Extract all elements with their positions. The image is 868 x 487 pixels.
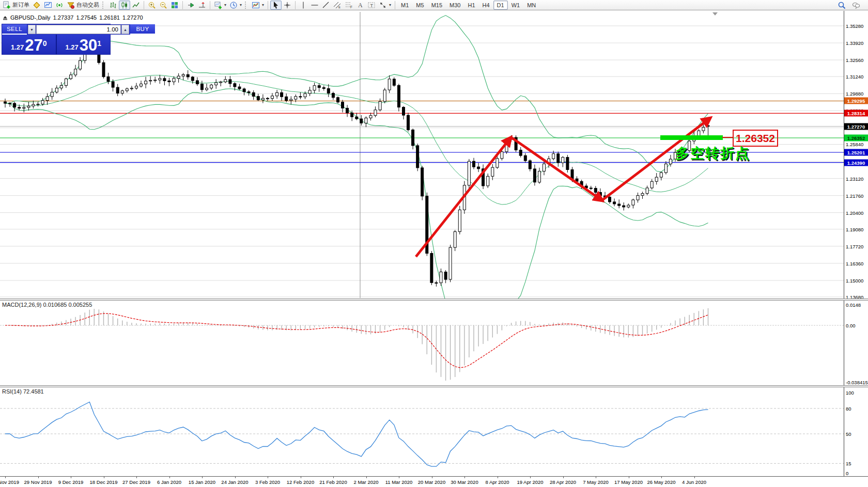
rsi-value: 72.4581 <box>23 388 44 395</box>
rsi-canvas <box>0 387 844 476</box>
volume-decrease-button[interactable]: ▼ <box>28 25 36 34</box>
dropdown-arrow-icon: ▾ <box>240 3 242 7</box>
date-tick-label: 21 Feb 2020 <box>319 479 347 485</box>
support-bar[interactable] <box>660 135 723 140</box>
volume-increase-button[interactable]: ▲ <box>121 25 129 34</box>
price-tick-label: 1.17720 <box>846 243 863 249</box>
tile-windows-button[interactable] <box>169 1 180 10</box>
zoom-in-button[interactable] <box>146 1 158 10</box>
sell-price-prefix: 1.27 <box>11 42 24 53</box>
rsi-tick-label: 50 <box>846 431 851 437</box>
timeframe-button-d1[interactable]: D1 <box>493 1 508 10</box>
periods-button[interactable]: ▾ <box>228 1 243 10</box>
trade-panel-prices: 1.27 27 0 1.27 30 1 <box>2 35 110 54</box>
chart-template-button[interactable]: ▾ <box>250 1 266 10</box>
auto-scroll-icon <box>187 1 195 9</box>
price-tick-label: 1.29880 <box>846 91 863 97</box>
toolbar-grip[interactable] <box>102 2 106 9</box>
rsi-tick-label: 15 <box>846 461 851 466</box>
cursor-tool-button[interactable] <box>270 1 282 10</box>
svg-text:F: F <box>350 5 352 9</box>
macd-tick-label: 0.0148 <box>846 302 861 308</box>
timeframe-button-h4[interactable]: H4 <box>479 1 493 10</box>
market-watch-button[interactable] <box>31 1 42 10</box>
candlestick-chart-button[interactable] <box>119 1 130 10</box>
date-tick-mark <box>38 477 39 478</box>
search-button[interactable] <box>836 1 847 10</box>
new-chart-icon <box>214 1 222 9</box>
date-tick-label: 15 Jan 2020 <box>189 479 215 485</box>
arrows-icon <box>379 1 387 9</box>
level-price-badge: 1.26352 <box>844 135 868 142</box>
timeframe-group: M1M5M15M30H1H4D1W1MN <box>397 1 539 10</box>
timeframe-button-mn[interactable]: MN <box>523 1 539 10</box>
timeframe-button-m15[interactable]: M15 <box>428 1 446 10</box>
rsi-tick-label: 0 <box>846 470 848 476</box>
date-tick-mark <box>169 477 170 478</box>
new-order-button[interactable]: 新订单 <box>1 1 31 10</box>
date-tick-mark <box>366 477 367 478</box>
tile-windows-icon <box>171 1 179 9</box>
timeframe-button-h1[interactable]: H1 <box>464 1 478 10</box>
buy-button[interactable]: BUY <box>130 24 155 35</box>
date-tick-mark <box>136 477 137 478</box>
timeframe-button-w1[interactable]: W1 <box>508 1 524 10</box>
vertical-line-tool-button[interactable] <box>298 1 309 10</box>
timeframe-button-m30[interactable]: M30 <box>446 1 464 10</box>
date-tick-mark <box>301 477 301 478</box>
chart-shift-button[interactable] <box>196 1 208 10</box>
text-tool-button[interactable]: A <box>354 1 366 10</box>
trendline-tool-button[interactable] <box>320 1 332 10</box>
rsi-label: RSI(14) 72.4581 <box>2 388 44 395</box>
chart-shift-icon <box>198 1 206 9</box>
new-order-icon <box>3 1 11 9</box>
fibonacci-tool-button[interactable]: F <box>343 1 354 10</box>
candlestick-chart-icon <box>120 1 129 9</box>
line-chart-icon <box>132 1 140 9</box>
volume-input[interactable] <box>36 25 121 34</box>
zoom-out-icon <box>159 1 167 9</box>
dropdown-arrow-icon: ▾ <box>224 3 226 7</box>
buy-price[interactable]: 1.27 30 1 <box>57 35 111 54</box>
date-tick-label: 17 May 2020 <box>614 479 643 485</box>
turning-point-annotation[interactable]: 多空转折点 <box>675 144 750 163</box>
chat-button[interactable] <box>850 1 862 10</box>
sell-button[interactable]: SELL <box>2 24 27 35</box>
dropdown-arrow-icon: ▾ <box>389 3 391 7</box>
date-tick-label: 18 Dec 2019 <box>90 479 118 485</box>
horizontal-line-tool-button[interactable] <box>309 1 320 10</box>
ohlc-low: 1.26181 <box>99 14 120 21</box>
date-tick-mark <box>596 477 596 478</box>
ohlc-high: 1.27545 <box>76 14 97 21</box>
text-label-icon: T <box>367 1 376 9</box>
toolbar-separator <box>182 1 183 9</box>
date-tick-label: 29 Nov 2019 <box>24 479 52 485</box>
rsi-axis-line <box>844 387 844 476</box>
toolbar-grip[interactable] <box>245 2 249 9</box>
timeframe-button-m5[interactable]: M5 <box>412 1 427 10</box>
price-tick-label: 1.19080 <box>846 226 863 232</box>
tick-chart-button[interactable] <box>42 1 54 10</box>
zoom-out-button[interactable] <box>158 1 169 10</box>
channel-tool-button[interactable]: E <box>332 1 343 10</box>
sell-price[interactable]: 1.27 27 0 <box>2 35 56 54</box>
date-tick-mark <box>498 477 498 478</box>
toolbar-separator <box>295 1 296 9</box>
line-chart-button[interactable] <box>130 1 142 10</box>
new-chart-button[interactable]: ▾ <box>212 1 228 10</box>
signal-button[interactable] <box>54 1 65 10</box>
ohlc-open: 1.27337 <box>53 14 74 21</box>
date-tick-mark <box>333 477 334 478</box>
date-tick-mark <box>464 477 465 478</box>
arrows-tool-button[interactable]: ▾ <box>377 1 393 10</box>
autotrading-button[interactable]: 自动交易 <box>65 1 101 10</box>
text-label-tool-button[interactable]: T <box>366 1 377 10</box>
ohlc-close: 1.27270 <box>122 14 143 21</box>
bar-chart-button[interactable] <box>107 1 119 10</box>
toolbar-right <box>836 1 862 10</box>
svg-text:T: T <box>370 3 374 8</box>
crosshair-tool-button[interactable] <box>282 1 293 10</box>
date-tick-mark <box>432 477 432 478</box>
timeframe-button-m1[interactable]: M1 <box>397 1 412 10</box>
auto-scroll-button[interactable] <box>185 1 196 10</box>
